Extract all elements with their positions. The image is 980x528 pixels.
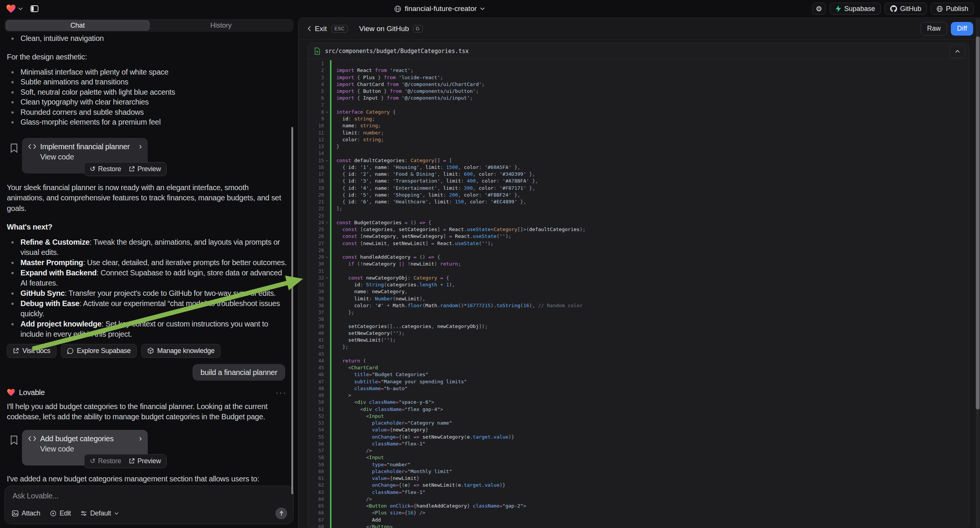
fold-spacer bbox=[324, 122, 330, 129]
logo-chevron-down-icon[interactable] bbox=[18, 7, 23, 10]
chat-scrollbar[interactable] bbox=[291, 127, 293, 494]
code-line: 33 id: String(categories.length + 1), bbox=[308, 281, 969, 288]
diff-toggle-button[interactable]: Diff bbox=[951, 22, 973, 36]
fold-spacer bbox=[324, 323, 330, 330]
code-text: </Button> bbox=[336, 523, 393, 528]
code-line: 22]; bbox=[308, 205, 969, 212]
fold-spacer bbox=[324, 130, 330, 136]
view-code-link[interactable]: View code bbox=[40, 444, 142, 454]
supabase-button[interactable]: Supabase bbox=[830, 3, 881, 15]
bookmark-icon[interactable] bbox=[10, 435, 18, 445]
line-number: 24 bbox=[308, 219, 324, 226]
line-number: 7 bbox=[308, 102, 324, 109]
diff-added-bar bbox=[330, 205, 331, 212]
send-button[interactable] bbox=[275, 507, 287, 519]
line-number: 66 bbox=[308, 509, 324, 516]
code-line: 24›const BudgetCategories = () => { bbox=[308, 219, 969, 226]
gear-icon: ⚙ bbox=[816, 5, 822, 13]
line-number: 13 bbox=[308, 143, 324, 150]
fold-spacer bbox=[324, 164, 330, 171]
code-line: 39 setCategories([...categories, newCate… bbox=[308, 323, 969, 330]
code-text: <ChartCard bbox=[336, 364, 378, 371]
code-text: import { Plus } from 'lucide-react'; bbox=[336, 74, 443, 81]
code-line: 5import { Button } from '@/components/ui… bbox=[308, 88, 969, 95]
message-menu-button[interactable]: ··· bbox=[276, 388, 287, 397]
code-text: const handleAddCategory = () => { bbox=[336, 254, 440, 261]
sidebar-toggle-button[interactable] bbox=[28, 2, 41, 15]
code-line: 30 if (!newCategory || !newLimit) return… bbox=[308, 261, 969, 267]
fold-chevron-icon[interactable]: › bbox=[324, 109, 330, 116]
fold-spacer bbox=[324, 517, 330, 523]
code-line: 11 limit: number; bbox=[308, 130, 969, 136]
code-line: 36 color: '#' + Math.floor(Math.random()… bbox=[308, 302, 969, 309]
tab-chat[interactable]: Chat bbox=[6, 20, 150, 31]
collapse-file-button[interactable] bbox=[949, 45, 965, 58]
edit-button[interactable]: Edit bbox=[50, 509, 71, 517]
fold-spacer bbox=[324, 150, 330, 157]
diff-added-bar bbox=[330, 371, 331, 378]
diff-added-bar bbox=[330, 441, 331, 447]
code-text: color: '#' + Math.floor(Math.random()*16… bbox=[336, 302, 582, 309]
fold-chevron-icon[interactable]: › bbox=[324, 157, 330, 164]
fold-spacer bbox=[324, 413, 330, 420]
lovable-logo[interactable] bbox=[6, 4, 16, 13]
publish-button[interactable]: Publish bbox=[931, 3, 974, 15]
code-text: import { Button } from '@/components/ui/… bbox=[336, 88, 479, 95]
fold-chevron-icon[interactable]: › bbox=[324, 254, 330, 261]
code-text: value={newLimit} bbox=[336, 475, 419, 482]
restore-button[interactable]: ↺ Restore bbox=[87, 456, 124, 466]
line-number: 2 bbox=[308, 67, 324, 74]
fold-chevron-icon[interactable]: › bbox=[324, 219, 330, 226]
tab-history[interactable]: History bbox=[150, 20, 293, 31]
fold-spacer bbox=[324, 199, 330, 205]
fold-chevron-icon[interactable]: › bbox=[324, 275, 330, 281]
line-number: 18 bbox=[308, 178, 324, 184]
code-line: 48 className="h-auto" bbox=[308, 385, 969, 392]
explore-supabase-button[interactable]: Explore Supabase bbox=[61, 344, 137, 358]
diff-added-bar bbox=[330, 296, 331, 302]
project-switcher[interactable]: financial-future-creator bbox=[394, 0, 485, 17]
settings-button[interactable]: ⚙ bbox=[812, 3, 826, 15]
restore-button[interactable]: ↺ Restore bbox=[87, 164, 124, 174]
restore-icon: ↺ bbox=[90, 458, 95, 464]
code-text: <Plus size={16} /> bbox=[336, 509, 425, 516]
raw-toggle-button[interactable]: Raw bbox=[921, 22, 947, 36]
mode-selector[interactable]: Default bbox=[81, 509, 119, 517]
external-link-icon bbox=[13, 348, 19, 354]
visit-docs-button[interactable]: Visit docs bbox=[7, 344, 56, 358]
code-text: const defaultCategories: Category[] = [ bbox=[336, 157, 452, 164]
exit-button[interactable]: Exit bbox=[308, 25, 327, 33]
fold-spacer bbox=[324, 95, 330, 102]
chevron-left-icon bbox=[308, 26, 311, 32]
line-number: 21 bbox=[308, 199, 324, 205]
chat-input[interactable] bbox=[12, 491, 287, 501]
manage-knowledge-button[interactable]: Manage knowledge bbox=[141, 344, 221, 358]
code-text: id: String(categories.length + 1), bbox=[336, 281, 455, 288]
list-item: GitHub Sync: Transfer your project's cod… bbox=[7, 288, 287, 299]
esc-key-badge: ESC bbox=[331, 25, 348, 33]
diff-added-bar bbox=[330, 517, 331, 523]
view-on-github-link[interactable]: View on GitHub G bbox=[359, 25, 423, 33]
code-line: 21 { id: '6', name: 'Healthcare', limit:… bbox=[308, 199, 969, 205]
window-scrollbar-thumb[interactable] bbox=[976, 37, 980, 409]
line-number: 27 bbox=[308, 240, 324, 247]
list-item: Expand with Backend: Connect Supabase to… bbox=[7, 268, 287, 288]
version-block: Add budget categories › View code ↺ Rest… bbox=[7, 430, 287, 466]
preview-button[interactable]: Preview bbox=[126, 456, 164, 466]
github-button[interactable]: GitHub bbox=[885, 3, 927, 15]
code-text: { id: '2', name: 'Food & Dining', limit:… bbox=[336, 171, 535, 178]
code-text: const [categories, setCategories] = Reac… bbox=[336, 226, 585, 233]
preview-button[interactable]: Preview bbox=[126, 164, 164, 174]
line-number: 37 bbox=[308, 309, 324, 316]
attach-button[interactable]: Attach bbox=[12, 509, 40, 517]
code-line: 31 bbox=[308, 268, 969, 275]
supabase-bolt-icon bbox=[835, 5, 842, 12]
fold-spacer bbox=[324, 288, 330, 295]
diff-added-bar bbox=[330, 475, 331, 482]
app-window: financial-future-creator ⚙ Supabase GitH… bbox=[0, 0, 980, 528]
bookmark-icon[interactable] bbox=[10, 143, 18, 153]
line-number: 56 bbox=[308, 441, 324, 447]
code-line: 9 id: string; bbox=[308, 116, 969, 122]
view-code-link[interactable]: View code bbox=[40, 152, 142, 162]
line-number: 60 bbox=[308, 468, 324, 475]
